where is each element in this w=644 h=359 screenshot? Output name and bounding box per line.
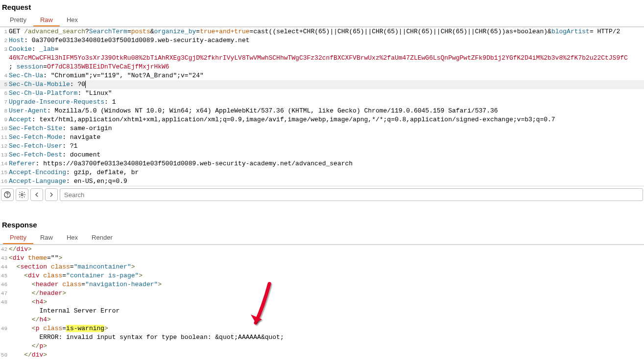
line-number: 8: [0, 107, 9, 115]
header-name: User-Agent: [9, 107, 47, 114]
header-value: : gzip, deflate, br: [66, 169, 139, 176]
header-name: Sec-Fetch-Mode: [9, 134, 62, 141]
line-number: 10: [0, 124, 9, 133]
tab-pretty[interactable]: Pretty: [3, 231, 33, 244]
line-number: 47: [0, 289, 9, 298]
tab-render[interactable]: Render: [85, 231, 119, 244]
line-number: 6: [0, 89, 9, 98]
tab-hex[interactable]: Hex: [60, 231, 85, 244]
line-number: 46: [0, 280, 9, 289]
request-title: Request: [0, 0, 644, 13]
line-number: [0, 342, 9, 351]
line-number: [0, 307, 9, 315]
help-icon: [3, 191, 11, 199]
cookie-value: 46%7cMCwCFHl3hIFM5Yo3sXrJ39OtkRu08%2bTiA…: [9, 54, 628, 62]
line-number: 13: [0, 151, 9, 159]
session-value: Of7dC8l35WBIEiDnTVeCaEjfMxjrHkW6: [47, 63, 169, 70]
line-number: 42: [0, 245, 9, 254]
header-value: : navigate: [62, 134, 100, 141]
line-number: 49: [0, 324, 9, 333]
header-value: : 1: [104, 98, 116, 106]
header-value: : document: [62, 151, 100, 158]
header-value: : en-US,en;q=0.9: [66, 178, 127, 185]
header-name: Sec-Fetch-Site: [9, 125, 62, 132]
header-value: : text/html,application/xhtml+xml,applic…: [32, 116, 555, 123]
header-name: Host: [9, 37, 24, 44]
code-line: <section class="maincontainer">: [9, 263, 644, 271]
header-name: Sec-Ch-Ua: [9, 72, 43, 79]
line-number: 15: [0, 168, 9, 177]
line-number: [0, 315, 9, 324]
line-number: 45: [0, 271, 9, 280]
tab-raw[interactable]: Raw: [33, 13, 60, 26]
help-button[interactable]: [1, 188, 14, 201]
settings-button[interactable]: [16, 188, 28, 201]
response-code[interactable]: 42</div> 43<div theme=""> 44 <section cl…: [0, 245, 644, 359]
line-number: 5: [0, 80, 9, 89]
line-number: 3: [0, 45, 9, 54]
header-name: Sec-Fetch-User: [9, 142, 62, 150]
arrow-right-icon: [48, 191, 55, 199]
tab-raw[interactable]: Raw: [33, 231, 60, 244]
line-number: [0, 54, 9, 63]
header-value: : "Linux": [77, 90, 112, 97]
header-name: Sec-Ch-Ua-Platform: [9, 90, 77, 97]
response-tabs: Pretty Raw Hex Render: [0, 231, 644, 245]
header-name: Accept-Encoding: [9, 169, 66, 176]
code-line: </div>: [9, 245, 644, 254]
request-panel: Request Pretty Raw Hex 1GET /advanced_se…: [0, 0, 644, 203]
header-value: : ?0: [70, 81, 86, 88]
code-line: <header class="navigation-header">: [9, 280, 644, 289]
header-name: Accept-Language: [9, 178, 66, 185]
highlighted-class: is-warning: [66, 325, 104, 332]
response-title: Response: [0, 218, 644, 231]
header-name: Sec-Fetch-Dest: [9, 151, 62, 158]
line-number: 48: [0, 298, 9, 307]
request-toolbar: [0, 186, 644, 203]
back-button[interactable]: [30, 188, 43, 201]
request-tabs: Pretty Raw Hex: [0, 13, 644, 27]
line-number: 4: [0, 71, 9, 80]
header-value: : https://0a3700fe0313e340801e03f5001d00…: [36, 160, 353, 167]
line-number: 2: [0, 36, 9, 45]
code-line: <div theme="">: [9, 254, 644, 263]
code-line: <h4>: [9, 298, 644, 307]
gear-icon: [18, 191, 26, 199]
code-line: </p>: [9, 342, 644, 351]
code-line: </header>: [9, 289, 644, 298]
response-panel: Response Pretty Raw Hex Render 42</div> …: [0, 218, 644, 359]
search-input[interactable]: [60, 188, 643, 201]
header-name: Cookie: [9, 45, 32, 53]
forward-button[interactable]: [45, 188, 58, 201]
header-value: : Mozilla/5.0 (Windows NT 10.0; Win64; x…: [47, 107, 498, 114]
line-number: 50: [0, 351, 9, 359]
header-value: : "Chromium";v="119", "Not?A_Brand";v="2…: [43, 72, 204, 79]
tab-hex[interactable]: Hex: [60, 13, 85, 26]
tab-pretty[interactable]: Pretty: [3, 13, 33, 26]
header-value: : same-origin: [62, 125, 112, 132]
line-number: 16: [0, 177, 9, 186]
error-message: ERROR: invalid input syntax for type boo…: [9, 333, 644, 342]
line-number: 44: [0, 263, 9, 271]
code-line: </h4>: [9, 315, 644, 324]
header-name: Upgrade-Insecure-Requests: [9, 98, 104, 106]
line-number: 43: [0, 254, 9, 263]
code-line: Internal Server Error: [9, 307, 644, 315]
arrow-left-icon: [33, 191, 41, 199]
line-number: 11: [0, 133, 9, 142]
line-number: 1: [0, 27, 9, 36]
line-number: 7: [0, 98, 9, 107]
header-value: : 0a3700fe0313e340801e03f5001d0089.web-s…: [24, 37, 249, 44]
request-code[interactable]: 1GET /advanced_search?SearchTerm=posts&o…: [0, 27, 644, 186]
header-name: Referer: [9, 160, 36, 167]
header-value: : ?1: [62, 142, 77, 150]
code-line: <p class=is-warning>: [9, 324, 644, 333]
request-line: GET /advanced_search?SearchTerm=posts&or…: [9, 27, 644, 36]
header-name: Accept: [9, 116, 32, 123]
line-number: 12: [0, 142, 9, 151]
line-number: [0, 63, 9, 71]
line-number: [0, 333, 9, 342]
line-number: 9: [0, 115, 9, 124]
svg-point-1: [7, 196, 8, 197]
code-line: <div class="container is-page">: [9, 271, 644, 280]
